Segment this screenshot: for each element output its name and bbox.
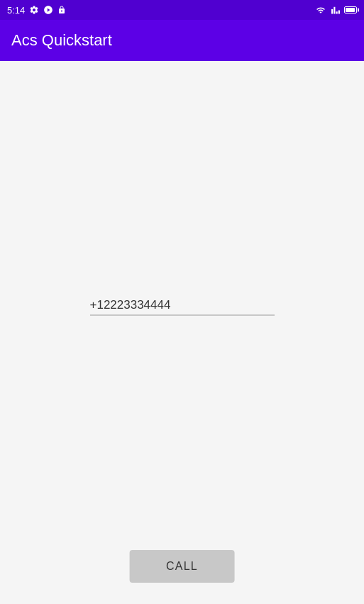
- signal-icon: [331, 6, 341, 15]
- phone-input[interactable]: [90, 295, 275, 316]
- app-title: Acs Quickstart: [11, 31, 112, 50]
- media-icon: [43, 5, 53, 15]
- status-bar-left: 5:14: [7, 5, 66, 16]
- status-bar: 5:14: [0, 0, 364, 20]
- main-content: CALL: [0, 61, 364, 604]
- status-bar-right: [314, 6, 357, 15]
- battery-icon: [344, 6, 357, 13]
- time-display: 5:14: [7, 5, 25, 16]
- wifi-icon: [314, 6, 327, 15]
- phone-input-container: [90, 295, 275, 316]
- lock-icon: [57, 5, 66, 15]
- settings-icon: [29, 5, 39, 15]
- call-button[interactable]: CALL: [129, 550, 235, 583]
- app-bar: Acs Quickstart: [0, 20, 364, 61]
